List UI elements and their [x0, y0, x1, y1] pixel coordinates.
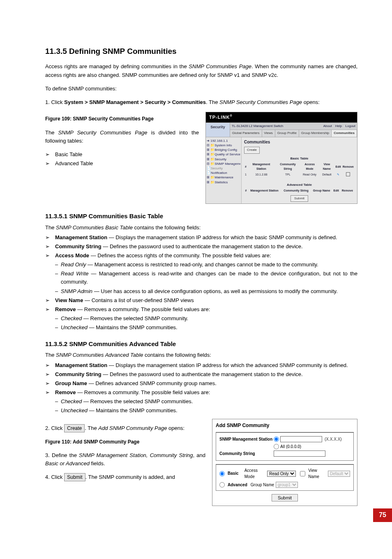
tree-node[interactable]: ⊞ 📁Security — [207, 157, 240, 162]
list-item: Remove — Removes a community. The possib… — [55, 305, 357, 314]
step-1: 1. Click System > SNMP Management > Secu… — [45, 98, 357, 106]
tree-node[interactable]: ➔ 192.168.1.1 — [207, 139, 240, 143]
subsection-heading: 11.3.5.2 SNMP Communities Advanced Table — [45, 339, 357, 349]
text: SNMP Security Communities Page — [58, 129, 147, 136]
basic-table: # Management Station Community String Ac… — [244, 162, 355, 178]
col-header: Remove — [342, 162, 355, 172]
basic-label: Basic — [228, 470, 239, 477]
dash-icon: – — [55, 261, 61, 269]
desc: — Displays the management station IP add… — [107, 362, 348, 368]
tree-node[interactable]: ⊞ 📁Bridging Config — [207, 148, 240, 152]
term: Community String — [55, 371, 101, 377]
tree-node[interactable]: ⊞ 📁Quality of Service — [207, 152, 240, 157]
desc: — Defines advanced SNMP community group … — [87, 380, 217, 386]
breadcrumb-text: TL-SL3428 L2 Management Switch — [232, 124, 283, 129]
text: contains the following fields: — [133, 224, 201, 231]
mode-basic-radio[interactable] — [219, 471, 225, 476]
term: Unchecked — [61, 407, 88, 413]
tab-global-parameters[interactable]: Global Parameters — [230, 130, 262, 136]
access-mode-label: Access Mode — [244, 467, 266, 480]
logout-link[interactable]: Logout — [346, 124, 355, 128]
submit-button[interactable]: Submit — [291, 195, 308, 202]
dash-icon: – — [55, 287, 61, 296]
tab-group-membership[interactable]: Group Membership — [299, 130, 332, 136]
col-header: Edit — [335, 162, 342, 172]
community-string-input[interactable] — [274, 450, 325, 457]
mode-advanced-radio[interactable] — [219, 482, 225, 487]
dash-icon: – — [55, 314, 61, 323]
bullet-icon: ➢ — [45, 159, 55, 168]
figure-110-dialog: Add SNMP Community SNMP Management Stati… — [212, 419, 357, 506]
sub-item: Unchecked — Maintains the SNMP communiti… — [61, 323, 357, 332]
list-item: Management Station — Displays the manage… — [55, 233, 357, 242]
desc: — Maintains the SNMP communities. — [88, 407, 178, 413]
view-name-checkbox[interactable] — [300, 471, 305, 476]
tab-group-profile[interactable]: Group Profile — [275, 130, 299, 136]
tab-views[interactable]: Views — [262, 130, 275, 136]
term: Checked — [61, 315, 82, 321]
text: SNMP Communities Page — [189, 63, 251, 69]
tree-node[interactable]: ⊟ 📁System Info — [207, 143, 240, 148]
mgmt-station-radio-all[interactable] — [274, 444, 279, 449]
remove-checkbox[interactable] — [346, 172, 350, 176]
text: SNMP Management Station, Community Strin… — [79, 452, 193, 458]
term: Group Name — [55, 380, 87, 386]
term: Management Station — [55, 234, 107, 240]
text: SNMP Communities Advanced Table — [56, 352, 143, 358]
desc: — Displays the management station IP add… — [107, 234, 337, 240]
section-label: Security — [206, 123, 230, 137]
term: Community String — [55, 243, 101, 249]
term: Read Only — [61, 261, 86, 268]
tree-node[interactable]: 📄Security — [207, 166, 240, 171]
brand-logo: TP-LINK® — [206, 112, 357, 122]
tree-node[interactable]: 📄Notification — [207, 171, 240, 175]
help-link[interactable]: Help — [335, 124, 342, 128]
desc: — Removes a community. The possible fiel… — [76, 306, 210, 312]
desc: — Defines the password used to authentic… — [101, 243, 303, 249]
desc: — Management access is read-write and ch… — [61, 270, 357, 285]
mgmt-station-radio-ip[interactable] — [274, 437, 279, 442]
create-button-inline[interactable]: Create — [64, 424, 85, 432]
divided-text: The SNMP Security Communities Page is di… — [45, 129, 199, 145]
create-button[interactable]: Create — [244, 147, 260, 153]
cell: 10.1.2.88 — [247, 172, 275, 178]
community-string-label: Community String — [219, 450, 274, 457]
list-item: Remove — Removes a community. The possib… — [55, 388, 357, 397]
step-2: 2. Click Create. The Add SNMP Community … — [45, 424, 205, 432]
text: System > SNMP Management > Security > Co… — [64, 99, 206, 105]
col-header: Access Mode — [300, 162, 319, 172]
col-header: Management Station — [248, 188, 281, 194]
desc: — Removes the selected SNMP communities. — [82, 398, 193, 404]
desc: — Maintains the SNMP communities. — [88, 324, 178, 330]
advanced-table-title: Advanced Table — [244, 182, 355, 187]
col-header: Community String — [275, 162, 300, 172]
term: Checked — [61, 398, 82, 404]
bullet-icon: ➢ — [45, 233, 55, 242]
list-item: Group Name — Defines advanced SNMP commu… — [55, 379, 357, 388]
figure-110-caption: Figure 110: Add SNMP Community Page — [45, 438, 205, 446]
edit-icon[interactable]: ✎ — [337, 173, 339, 176]
submit-button-inline[interactable]: Submit — [64, 473, 85, 481]
text: . The — [206, 99, 219, 105]
step-3: 3. Define the SNMP Management Station, C… — [45, 451, 205, 468]
tab-communities[interactable]: Communities — [332, 130, 357, 136]
tree-node[interactable]: ⊞ 📁Maintenance — [207, 175, 240, 180]
text: Access rights are managed by defining co… — [45, 63, 189, 69]
dialog-submit-button[interactable]: Submit — [272, 494, 298, 501]
figure-109-caption: Figure 109: SNMP Security Communities Pa… — [45, 115, 199, 123]
spacer — [219, 444, 274, 450]
group-name-select: group1 — [276, 482, 298, 488]
nav-tree[interactable]: ➔ 192.168.1.1 ⊟ 📁System Info ⊞ 📁Bridging… — [206, 137, 242, 203]
col-header: Edit — [332, 188, 340, 194]
about-link[interactable]: About — [323, 124, 332, 128]
mgmt-station-input[interactable] — [280, 436, 322, 442]
tree-node[interactable]: ⊞ 📁Statistics — [207, 180, 240, 185]
tree-node[interactable]: ⊟ 📁SNMP Management — [207, 162, 240, 166]
text: 3. Define the — [45, 452, 79, 458]
text: TP-LINK — [209, 115, 230, 120]
access-mode-select[interactable]: Read Only — [267, 471, 296, 477]
text: . The — [85, 425, 98, 431]
text: , and — [193, 452, 205, 458]
term: Read Write — [61, 270, 89, 277]
desc: — Removes a community. The possible fiel… — [76, 389, 210, 395]
